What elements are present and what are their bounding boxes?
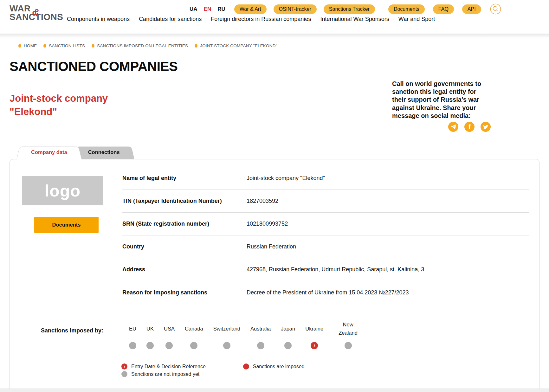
nav-foreign-directors[interactable]: Foreign directors in Russian companies <box>211 16 311 22</box>
sanction-status-dot <box>190 342 197 349</box>
legend-item-imposed: Sanctions are imposed <box>243 363 305 370</box>
sanctions-imposed-section: Sanctions imposed by: EU UK USA Canada <box>41 320 529 349</box>
page: WAR & SANCTIONS UA EN RU War & Art OSINT… <box>0 0 549 392</box>
breadcrumb-current-company[interactable]: JOINT-STOCK COMPANY "ELEKOND" <box>195 43 277 48</box>
company-fields: Name of legal entity Joint-stock company… <box>122 167 529 304</box>
header-shadow <box>0 34 549 38</box>
twitter-share-button[interactable] <box>481 122 491 132</box>
pill-war-and-art[interactable]: War & Art <box>234 4 267 14</box>
sanction-status-dot <box>257 342 264 349</box>
legend-red-dot-icon <box>243 363 249 370</box>
nav-candidates-for-sanctions[interactable]: Candidates for sanctions <box>139 16 202 22</box>
breadcrumb: HOME SANCTION LISTS SANCTIONS IMPOSED ON… <box>18 43 277 48</box>
telegram-icon <box>451 124 456 130</box>
search-icon <box>490 3 501 15</box>
legend-column-2: Sanctions are imposed <box>243 363 305 377</box>
documents-button[interactable]: Documents <box>34 217 99 233</box>
country-ukraine: Ukraine i <box>300 320 328 349</box>
breadcrumb-dot-icon <box>92 44 94 48</box>
legend-column-1: i Entry Date & Decision Reference Sancti… <box>121 363 206 377</box>
nav-components-in-weapons[interactable]: Components in weapons <box>67 16 130 22</box>
nav-international-war-sponsors[interactable]: International War Sponsors <box>320 16 389 22</box>
country-uk: UK <box>141 320 159 349</box>
breadcrumb-dot-icon <box>195 44 197 48</box>
country-eu: EU <box>124 320 141 349</box>
page-title: SANCTIONED COMPANIES <box>10 59 178 74</box>
country-new-zealand: New Zealand <box>328 320 368 349</box>
tab-connections[interactable]: Connections <box>74 145 134 159</box>
breadcrumb-sanction-lists[interactable]: SANCTION LISTS <box>43 43 85 48</box>
sanction-info-dot[interactable]: i <box>311 342 318 349</box>
nav-war-and-sport[interactable]: War and Sport <box>398 16 435 22</box>
tab-company-data[interactable]: Company data <box>16 145 82 159</box>
legend-gray-dot-icon <box>121 371 127 377</box>
country-usa: USA <box>159 320 180 349</box>
share-cta-text: Call on world governments to sanction th… <box>392 80 486 120</box>
facebook-icon <box>467 124 472 130</box>
twitter-icon <box>483 124 488 130</box>
breadcrumb-dot-icon <box>43 44 46 48</box>
breadcrumb-home[interactable]: HOME <box>18 43 37 48</box>
header: WAR & SANCTIONS UA EN RU War & Art OSINT… <box>0 0 549 34</box>
site-logo[interactable]: WAR & SANCTIONS <box>10 4 70 21</box>
country-switzerland: Switzerland <box>208 320 245 349</box>
sanction-status-dot <box>284 342 292 349</box>
company-data-card: logo Documents Name of legal entity Join… <box>10 159 539 392</box>
legend-info-dot-icon: i <box>121 363 127 370</box>
language-switcher: UA EN RU <box>190 6 225 12</box>
legend-item-not-imposed: Sanctions are not imposed yet <box>121 371 206 377</box>
company-logo-placeholder: logo <box>22 176 103 205</box>
header-top-row: UA EN RU War & Art OSINT-tracker Sanctio… <box>190 3 501 15</box>
sanction-status-dot <box>129 342 136 349</box>
sanctions-imposed-label: Sanctions imposed by: <box>41 320 124 349</box>
pill-osint-tracker[interactable]: OSINT-tracker <box>274 4 317 14</box>
legend-item-info: i Entry Date & Decision Reference <box>121 363 206 370</box>
field-row-address: Address 427968, Russian Federation, Udmu… <box>122 258 529 281</box>
sanction-status-dot <box>165 342 173 349</box>
lang-en[interactable]: EN <box>204 6 211 12</box>
social-share-buttons <box>448 122 491 132</box>
search-button[interactable] <box>490 3 501 15</box>
country-australia: Australia <box>245 320 276 349</box>
pill-sanctions-tracker[interactable]: Sanctions Tracker <box>324 4 375 14</box>
country-japan: Japan <box>276 320 300 349</box>
company-title: Joint-stock company "Elekond" <box>10 92 146 119</box>
telegram-share-button[interactable] <box>448 122 458 132</box>
logo-line2: SANCTIONS <box>10 13 70 21</box>
sanction-status-dot <box>223 342 230 349</box>
field-row-reason: Reason for imposing sanctions Decree of … <box>122 281 529 304</box>
breadcrumb-dot-icon <box>18 44 21 48</box>
lang-ua[interactable]: UA <box>190 6 197 12</box>
breadcrumb-sanctions-legal-entities[interactable]: SANCTIONS IMPOSED ON LEGAL ENTITIES <box>92 43 188 48</box>
facebook-share-button[interactable] <box>464 122 475 132</box>
sanctions-legend: i Entry Date & Decision Reference Sancti… <box>121 363 305 377</box>
main-nav: Components in weapons Candidates for san… <box>67 16 435 22</box>
field-row-country: Country Russian Federation <box>122 235 529 258</box>
field-row-tin: TIN (Taxpayer Identification Number) 182… <box>122 190 529 213</box>
lang-ru[interactable]: RU <box>217 6 225 12</box>
company-tabs: Company data Connections <box>16 145 134 159</box>
field-row-srn: SRN (State registration number) 10218009… <box>122 213 529 235</box>
field-row-name: Name of legal entity Joint-stock company… <box>122 167 529 190</box>
pill-api[interactable]: API <box>462 4 481 14</box>
sanction-status-dot <box>146 342 154 349</box>
sanctions-countries: EU UK USA Canada Switzerland <box>124 320 368 349</box>
pill-faq[interactable]: FAQ <box>433 4 454 14</box>
pill-documents[interactable]: Documents <box>388 4 425 14</box>
sanction-status-dot <box>345 342 352 349</box>
footer-strip <box>0 389 549 392</box>
country-canada: Canada <box>180 320 208 349</box>
